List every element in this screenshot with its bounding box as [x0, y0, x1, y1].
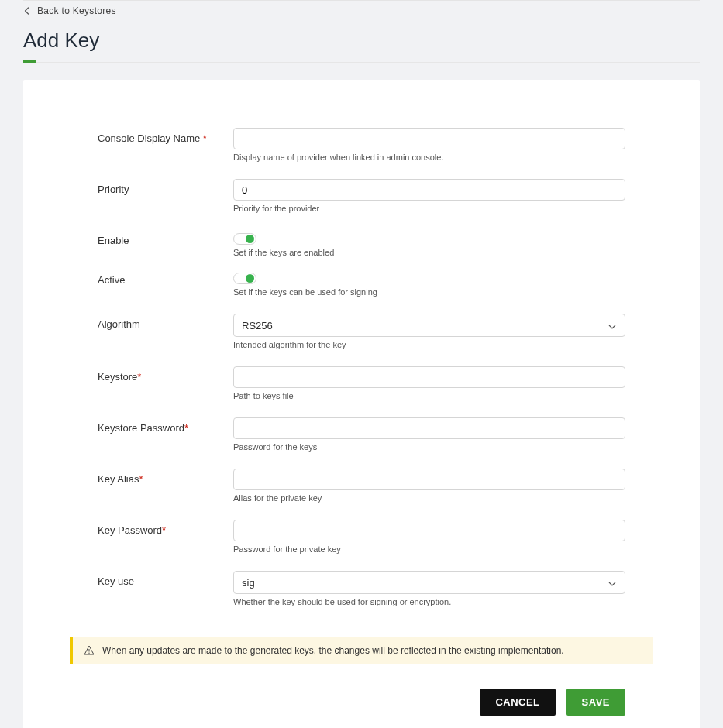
cancel-button[interactable]: CANCEL — [480, 689, 555, 716]
label-algorithm: Algorithm — [98, 314, 233, 330]
key-use-selected-value: sig — [242, 577, 255, 589]
form-card: Console Display Name * Display name of p… — [23, 80, 700, 728]
save-button[interactable]: SAVE — [566, 689, 625, 716]
key-alias-input[interactable] — [233, 469, 625, 490]
title-underline — [23, 60, 36, 63]
label-keystore-password: Keystore Password* — [98, 417, 233, 434]
back-arrow-icon — [23, 7, 31, 15]
warning-text: When any updates are made to the generat… — [102, 645, 564, 656]
toggle-knob-icon — [246, 274, 254, 283]
label-enable: Enable — [98, 230, 233, 246]
help-key-use: Whether the key should be used for signi… — [233, 597, 625, 606]
help-key-password: Password for the private key — [233, 544, 625, 554]
keystore-input[interactable] — [233, 366, 625, 388]
back-link-label: Back to Keystores — [37, 5, 116, 16]
label-active: Active — [98, 270, 233, 286]
algorithm-selected-value: RS256 — [242, 320, 273, 331]
page-title: Add Key — [23, 29, 700, 63]
label-key-password: Key Password* — [98, 520, 233, 536]
key-use-select[interactable]: sig — [233, 571, 625, 594]
warning-icon — [84, 645, 95, 656]
help-console-display-name: Display name of provider when linked in … — [233, 153, 625, 162]
svg-point-1 — [88, 653, 89, 654]
help-keystore-password: Password for the keys — [233, 442, 625, 452]
active-toggle[interactable] — [233, 273, 256, 284]
label-key-use: Key use — [98, 571, 233, 587]
label-priority: Priority — [98, 179, 233, 195]
label-console-display-name: Console Display Name * — [98, 128, 233, 144]
label-key-alias: Key Alias* — [98, 469, 233, 485]
help-active: Set if the keys can be used for signing — [233, 287, 625, 297]
help-key-alias: Alias for the private key — [233, 493, 625, 503]
warning-alert: When any updates are made to the generat… — [70, 637, 653, 664]
console-display-name-input[interactable] — [233, 128, 625, 149]
help-keystore: Path to keys file — [233, 391, 625, 400]
key-password-input[interactable] — [233, 520, 625, 541]
algorithm-select[interactable]: RS256 — [233, 314, 625, 337]
back-link[interactable]: Back to Keystores — [23, 5, 116, 16]
toggle-knob-icon — [246, 235, 254, 243]
help-enable: Set if the keys are enabled — [233, 248, 625, 257]
enable-toggle[interactable] — [233, 233, 256, 245]
priority-input[interactable] — [233, 179, 625, 201]
help-priority: Priority for the provider — [233, 204, 625, 213]
help-algorithm: Intended algorithm for the key — [233, 340, 625, 349]
keystore-password-input[interactable] — [233, 417, 625, 439]
label-keystore: Keystore* — [98, 366, 233, 383]
